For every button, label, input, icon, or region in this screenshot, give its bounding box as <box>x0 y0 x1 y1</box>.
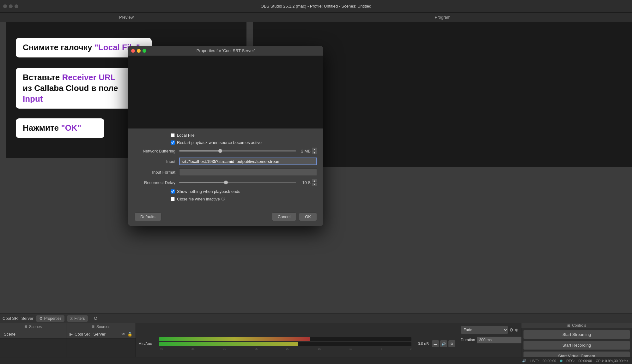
dialog-body: Local File Restart playback when source … <box>128 128 323 209</box>
network-buffering-down[interactable]: ▼ <box>312 151 317 154</box>
duration-row: Duration ▲ ▼ <box>461 337 519 343</box>
preview-label-bar: Preview <box>0 13 253 22</box>
restart-playback-row: Restart playback when source becomes act… <box>134 140 317 145</box>
dialog-minimize-button[interactable] <box>137 49 141 53</box>
network-buffering-up[interactable]: ▲ <box>312 147 317 151</box>
card-1-text: Снимите галочку "Local File" <box>23 42 145 53</box>
network-buffering-label: Network Buffering <box>134 149 175 153</box>
lock-icon[interactable]: 🔒 <box>127 332 132 337</box>
status-bar: 🔊 LIVE: 00:00:00 REC: 00:00:00 CPU: 0.9%… <box>0 357 632 364</box>
title-bar: OBS Studio 26.1.2 (mac) - Profile: Untit… <box>0 0 632 13</box>
card-3-plain: Нажмите <box>23 123 61 133</box>
local-file-label: Local File <box>177 133 195 138</box>
dialog-action-buttons: Cancel OK <box>272 212 317 221</box>
reconnect-delay-value: 10 S <box>298 180 311 185</box>
show-nothing-label: Show nothing when playback ends <box>177 189 240 194</box>
reconnect-delay-down[interactable]: ▼ <box>312 182 317 186</box>
close-file-checkbox[interactable] <box>171 197 175 201</box>
filters-button[interactable]: ⧖ Filters <box>67 315 88 322</box>
dialog-title: Properties for 'Cool SRT Server' <box>197 48 255 53</box>
close-file-row: Close file when inactive ⓘ <box>134 196 317 202</box>
filter-icon: ⧖ <box>70 316 73 321</box>
defaults-button[interactable]: Defaults <box>134 212 161 221</box>
local-file-row: Local File <box>134 133 317 138</box>
duration-input[interactable] <box>477 337 529 343</box>
slider-icon: ▬ <box>434 342 437 346</box>
network-buffering-value-box: 2 MB ▲ ▼ <box>298 147 317 154</box>
reconnect-delay-control: 10 S ▲ ▼ <box>179 179 317 186</box>
scenes-label: Scenes <box>29 325 42 329</box>
input-row: Input <box>134 158 317 165</box>
minimize-button[interactable] <box>9 4 13 8</box>
card-2-mid: из Callaba Cloud в поле <box>23 83 118 93</box>
input-format-field[interactable] <box>179 168 317 176</box>
network-buffering-stepper: ▲ ▼ <box>312 147 317 154</box>
play-icon: ▶ <box>70 332 73 337</box>
audio-meter-fill-top <box>159 337 310 341</box>
reconnect-delay-slider-track[interactable] <box>179 182 296 183</box>
duration-label: Duration <box>461 338 475 342</box>
transition-row: Fade ⚙ ⊕ <box>461 326 519 334</box>
local-file-checkbox[interactable] <box>171 133 175 137</box>
eye-icon[interactable]: 👁 <box>121 332 125 337</box>
close-button[interactable] <box>3 4 7 8</box>
rec-label: REC: <box>566 359 574 363</box>
reconnect-delay-slider-thumb[interactable] <box>224 181 228 184</box>
input-format-row: Input Format <box>134 168 317 176</box>
dialog-preview-area <box>128 56 323 128</box>
properties-button[interactable]: ⚙ Properties <box>36 315 65 322</box>
rec-time: 00:00:00 <box>578 359 592 363</box>
audio-meter-top <box>159 337 411 341</box>
audio-settings-button[interactable]: ⚙ <box>448 340 455 347</box>
start-streaming-button[interactable]: Start Streaming <box>523 330 630 339</box>
transition-settings-icon-button[interactable]: ⚙ <box>509 327 514 332</box>
scenes-header: ⊞ Scenes <box>0 323 66 330</box>
start-recording-button[interactable]: Start Recording <box>523 341 630 350</box>
audio-mute-button[interactable]: 🔊 <box>440 340 447 347</box>
dialog-maximize-button[interactable] <box>143 49 146 53</box>
scene-item[interactable]: Scene <box>0 330 66 338</box>
card-2-highlight2: Input <box>23 94 43 104</box>
dialog-close-button[interactable] <box>131 49 135 53</box>
card-3-text: Нажмите "OK" <box>23 123 97 134</box>
card-2-text: Вставьте Receiver URL из Callaba Cloud в… <box>23 72 124 104</box>
program-label-bar: Program <box>253 13 632 22</box>
audio-scale: -40-35-30-25-20-15-10-50 <box>159 347 411 350</box>
network-buffering-slider-fill <box>179 150 220 152</box>
reconnect-delay-up[interactable]: ▲ <box>312 179 317 182</box>
transition-select[interactable]: Fade <box>461 326 508 334</box>
show-nothing-checkbox[interactable] <box>171 189 175 194</box>
audio-db-value: 0.0 dB <box>415 342 429 346</box>
close-file-label: Close file when inactive <box>177 197 220 201</box>
restart-playback-checkbox[interactable] <box>171 140 175 145</box>
input-field[interactable] <box>179 158 317 165</box>
network-buffering-slider-thumb[interactable] <box>218 149 222 153</box>
sources-grid-icon: ⊞ <box>92 325 94 329</box>
cpu-info: CPU: 0.9%,30.00 fps <box>596 359 628 363</box>
audio-mixer-label: Mic/Aux <box>138 342 156 346</box>
cancel-button[interactable]: Cancel <box>272 212 296 221</box>
rec-dot <box>560 360 562 362</box>
scene-item-label: Scene <box>4 332 15 337</box>
audio-slider-btn[interactable]: ▬ <box>432 340 439 347</box>
transition-plus-button[interactable]: ⊕ <box>515 327 519 332</box>
ok-button[interactable]: OK <box>299 212 317 221</box>
controls-grid-icon: ⊞ <box>567 324 570 328</box>
refresh-button[interactable]: ↺ <box>90 314 101 322</box>
properties-dialog[interactable]: Properties for 'Cool SRT Server' Local F… <box>128 46 323 226</box>
source-toolbar-name: Cool SRT Server <box>3 316 33 321</box>
audio-mixer-row: Mic/Aux -40-35-30-25-20-15-10-50 0.0 dB <box>138 326 455 362</box>
audio-meter-bottom <box>159 342 411 346</box>
maximize-button[interactable] <box>15 4 18 8</box>
network-buffering-slider-track[interactable] <box>179 150 296 152</box>
filters-button-label: Filters <box>74 316 85 321</box>
network-buffering-control: 2 MB ▲ ▼ <box>179 147 317 154</box>
sources-list[interactable]: ▶ Cool SRT Server 👁 🔒 <box>66 330 136 357</box>
network-buffering-row: Network Buffering 2 MB ▲ ▼ <box>134 147 317 154</box>
dialog-title-bar: Properties for 'Cool SRT Server' <box>128 46 323 56</box>
instruction-card-2: Вставьте Receiver URL из Callaba Cloud в… <box>16 68 131 109</box>
sources-label: Sources <box>96 325 110 329</box>
scenes-list[interactable]: Scene <box>0 330 66 357</box>
source-item[interactable]: ▶ Cool SRT Server 👁 🔒 <box>66 330 136 338</box>
scenes-grid-icon: ⊞ <box>24 325 27 329</box>
